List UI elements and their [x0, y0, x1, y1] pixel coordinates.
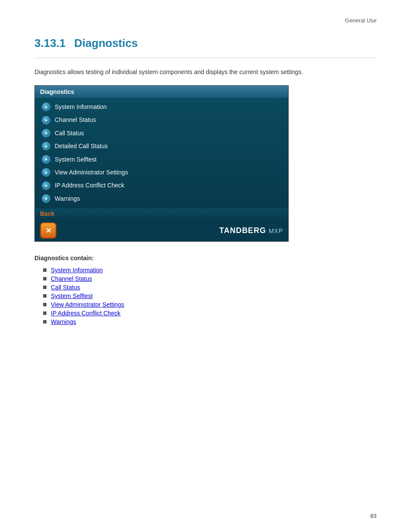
list-bullet — [43, 286, 47, 289]
contains-link[interactable]: System Selftest — [51, 292, 93, 299]
diag-menu-item: Detailed Call Status — [35, 140, 288, 152]
contains-link[interactable]: Call Status — [51, 284, 80, 291]
diag-menu-item: System Selftest — [35, 153, 288, 166]
page-number: 83 — [371, 513, 377, 519]
diag-item-label: Call Status — [55, 128, 84, 138]
list-bullet — [43, 268, 47, 272]
section-title-text: Diagnostics — [74, 37, 137, 50]
diag-menu-item: Warnings — [35, 192, 288, 205]
list-bullet — [43, 320, 47, 324]
diag-item-label: View Administrator Settings — [55, 168, 128, 177]
contains-link[interactable]: IP Address Conflict Check — [51, 310, 121, 317]
contains-link[interactable]: System Information — [51, 267, 103, 274]
diag-menu-item: System Information — [35, 100, 288, 113]
diag-item-icon — [42, 116, 50, 124]
list-item: System Information — [43, 267, 377, 274]
list-item: IP Address Conflict Check — [43, 310, 377, 317]
list-item: Warnings — [43, 318, 377, 325]
list-bullet — [43, 311, 47, 315]
section-label: General Use — [34, 17, 377, 24]
tandberg-logo: TANDBERG MXP — [219, 226, 283, 235]
diag-menu-item: Channel Status — [35, 113, 288, 126]
diag-ui-footer: Back — [35, 208, 288, 220]
diag-item-icon — [42, 155, 50, 164]
diag-menu-item: Call Status — [35, 127, 288, 140]
list-item: View Administrator Settings — [43, 301, 377, 308]
contains-link[interactable]: Warnings — [51, 318, 76, 325]
list-bullet — [43, 294, 47, 298]
page-title: 3.13.1Diagnostics — [34, 37, 377, 50]
section-number: 3.13.1 — [34, 37, 65, 50]
diag-item-icon — [42, 129, 50, 137]
contains-list: System InformationChannel StatusCall Sta… — [34, 267, 377, 325]
diag-menu-item: View Administrator Settings — [35, 166, 288, 179]
diag-close-button[interactable] — [40, 222, 56, 239]
contains-title: Diagnostics contain: — [34, 255, 377, 261]
list-item: Call Status — [43, 284, 377, 291]
diag-item-label: Warnings — [55, 194, 80, 203]
diag-back-label: Back — [40, 210, 54, 217]
diag-item-icon — [42, 168, 50, 177]
title-divider — [34, 58, 377, 58]
diag-item-label: System Selftest — [55, 155, 97, 164]
diag-item-label: Channel Status — [55, 115, 96, 124]
intro-paragraph: Diagnostics allows testing of individual… — [34, 68, 377, 77]
diagnostics-ui-box: Diagnostics System InformationChannel St… — [34, 85, 289, 242]
diag-menu-item: IP Address Conflict Check — [35, 179, 288, 192]
diag-item-icon — [42, 103, 50, 111]
contains-link[interactable]: Channel Status — [51, 275, 92, 282]
list-item: Channel Status — [43, 275, 377, 282]
diag-item-label: IP Address Conflict Check — [55, 180, 125, 190]
list-bullet — [43, 303, 47, 306]
diag-item-label: Detailed Call Status — [55, 141, 108, 151]
contains-link[interactable]: View Administrator Settings — [51, 301, 124, 308]
diag-item-icon — [42, 194, 50, 203]
contains-section: Diagnostics contain: System InformationC… — [34, 255, 377, 325]
diag-ui-menu: System InformationChannel StatusCall Sta… — [35, 98, 288, 208]
list-item: System Selftest — [43, 292, 377, 299]
diag-ui-bottom-bar: TANDBERG MXP — [35, 220, 288, 241]
diag-item-icon — [42, 142, 50, 150]
diag-ui-header: Diagnostics — [35, 86, 288, 98]
diag-item-label: System Information — [55, 102, 107, 112]
diag-item-icon — [42, 181, 50, 190]
list-bullet — [43, 277, 47, 280]
